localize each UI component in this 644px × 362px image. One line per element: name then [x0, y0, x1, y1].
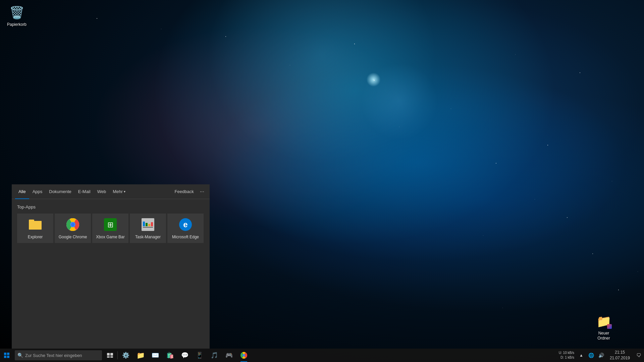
taskbar-search-box[interactable]: 🔍 — [15, 350, 102, 360]
network-upload: U: 10 kB/s — [559, 351, 574, 355]
svg-rect-8 — [143, 222, 145, 226]
mehr-dropdown-icon: ▾ — [124, 190, 125, 193]
start-button[interactable] — [0, 349, 13, 362]
svg-rect-16 — [4, 356, 6, 358]
volume-icon: 🔊 — [598, 353, 604, 358]
taskbar-app-settings[interactable]: ⚙️ — [118, 349, 133, 362]
tab-email[interactable]: E-Mail — [75, 184, 94, 199]
taskbar-app-chrome[interactable] — [236, 349, 251, 362]
taskmanager-app-icon — [141, 217, 155, 232]
svg-rect-19 — [110, 353, 113, 356]
xbox-svg-icon: ⊞ — [104, 218, 117, 231]
tray-notification-center[interactable]: 🗨 — [633, 349, 644, 362]
explorer-folder-icon — [29, 220, 42, 230]
svg-rect-14 — [4, 353, 6, 355]
app-tile-xbox[interactable]: ⊞ Xbox Game Bar — [92, 214, 128, 243]
notification-icon: 🗨 — [636, 353, 641, 358]
tab-web[interactable]: Web — [94, 184, 110, 199]
tray-icons-group: ▲ 🌐 🔊 — [576, 349, 606, 362]
app-tile-chrome[interactable]: Google Chrome — [55, 214, 91, 243]
xbox-app-icon: ⊞ — [103, 217, 118, 232]
whatsapp-icon: 📱 — [196, 352, 203, 359]
chrome-svg-icon — [66, 218, 79, 231]
clock-time: 21:15 — [615, 350, 625, 355]
papierkorb-label: Papierkorb — [7, 22, 26, 27]
steam-icon: 🎮 — [225, 352, 233, 359]
tray-volume-icon[interactable]: 🔊 — [596, 349, 606, 362]
svg-rect-9 — [146, 223, 148, 226]
app-tile-taskmanager[interactable]: Task-Manager — [130, 214, 166, 243]
explorer-app-name: Explorer — [28, 235, 43, 239]
svg-rect-18 — [107, 353, 110, 356]
explorer-app-icon — [28, 217, 43, 232]
svg-text:⊞: ⊞ — [107, 221, 113, 229]
taskbar-divider-1 — [117, 351, 118, 359]
task-view-button[interactable] — [103, 349, 117, 362]
desktop-icon-papierkorb[interactable]: 🗑️ Papierkorb — [3, 3, 30, 28]
taskbar-tray: U: 10 kB/s D: 1 kB/s ▲ 🌐 🔊 21:15 21.07.2… — [557, 349, 644, 362]
search-panel: Alle Apps Dokumente E-Mail Web Mehr ▾ Fe… — [12, 184, 210, 349]
taskbar-search-input[interactable] — [25, 353, 99, 358]
edge-app-name: Microsoft Edge — [172, 235, 199, 239]
neuer-ordner-icon-img: 📁 — [596, 313, 612, 329]
taskbar-app-store[interactable]: 🛍️ — [163, 349, 177, 362]
taskbar-app-explorer[interactable]: 📁 — [133, 349, 148, 362]
edge-app-icon: e — [178, 217, 193, 232]
app-tile-edge[interactable]: e Microsoft Edge — [167, 214, 204, 243]
tab-alle[interactable]: Alle — [15, 184, 29, 199]
tray-network-stats: U: 10 kB/s D: 1 kB/s — [557, 351, 576, 360]
app-tile-explorer[interactable]: Explorer — [17, 214, 53, 243]
svg-rect-21 — [110, 356, 113, 358]
chrome-tb-icon — [240, 352, 247, 359]
xbox-app-name: Xbox Game Bar — [96, 235, 124, 239]
search-content: Top-Apps Explorer — [12, 199, 210, 349]
edge-svg-icon: e — [179, 218, 192, 231]
clock-date: 21.07.2019 — [610, 355, 630, 361]
network-download: D: 1 kB/s — [560, 355, 574, 360]
chevron-up-icon: ▲ — [579, 353, 583, 358]
spotify-icon: 🎵 — [211, 352, 218, 359]
svg-rect-17 — [7, 356, 9, 358]
discord-icon: 💬 — [181, 352, 189, 359]
explorer-tb-icon: 📁 — [137, 351, 145, 359]
svg-rect-10 — [148, 224, 150, 226]
tray-network-icon[interactable]: 🌐 — [586, 349, 596, 362]
svg-point-22 — [243, 354, 245, 356]
tab-apps[interactable]: Apps — [29, 184, 46, 199]
svg-rect-15 — [7, 353, 9, 355]
papierkorb-icon-img: 🗑️ — [9, 5, 25, 21]
taskbar-app-steam[interactable]: 🎮 — [222, 349, 236, 362]
chrome-app-icon — [65, 217, 80, 232]
svg-point-3 — [71, 223, 74, 226]
desktop-icon-neuer-ordner[interactable]: 📁 Neuer Ordner — [590, 312, 617, 342]
tab-dokumente[interactable]: Dokumente — [46, 184, 74, 199]
search-tabs-actions: Feedback ··· — [172, 187, 206, 196]
tab-mehr[interactable]: Mehr ▾ — [109, 184, 129, 199]
taskbar-app-spotify[interactable]: 🎵 — [207, 349, 222, 362]
svg-rect-20 — [107, 356, 110, 358]
task-view-icon — [107, 353, 113, 358]
store-icon: 🛍️ — [166, 352, 174, 359]
taskbar: 🔍 ⚙️ 📁 ✉️ 🛍️ 💬 📱 🎵 🎮 — [0, 349, 644, 362]
top-apps-section-title: Top-Apps — [17, 204, 204, 209]
windows-logo-icon — [4, 353, 9, 358]
svg-rect-11 — [151, 222, 153, 226]
settings-icon: ⚙️ — [122, 352, 129, 359]
taskmanager-svg-icon — [142, 218, 154, 231]
taskmanager-app-name: Task-Manager — [135, 235, 161, 239]
feedback-button[interactable]: Feedback — [172, 188, 197, 195]
taskbar-app-discord[interactable]: 💬 — [177, 349, 192, 362]
chrome-app-name: Google Chrome — [59, 235, 87, 239]
top-apps-grid: Explorer — [17, 214, 204, 243]
taskbar-app-mail[interactable]: ✉️ — [148, 349, 163, 362]
tray-show-hidden-icons[interactable]: ▲ — [576, 349, 586, 362]
mail-icon: ✉️ — [152, 352, 159, 359]
svg-text:e: e — [183, 220, 187, 229]
taskbar-search-icon: 🔍 — [17, 353, 23, 358]
network-icon: 🌐 — [588, 353, 594, 358]
search-tabs-bar: Alle Apps Dokumente E-Mail Web Mehr ▾ Fe… — [12, 184, 210, 199]
more-options-button[interactable]: ··· — [198, 187, 206, 196]
taskbar-app-whatsapp[interactable]: 📱 — [192, 349, 207, 362]
svg-rect-7 — [143, 227, 153, 228]
tray-clock[interactable]: 21:15 21.07.2019 — [606, 349, 633, 362]
